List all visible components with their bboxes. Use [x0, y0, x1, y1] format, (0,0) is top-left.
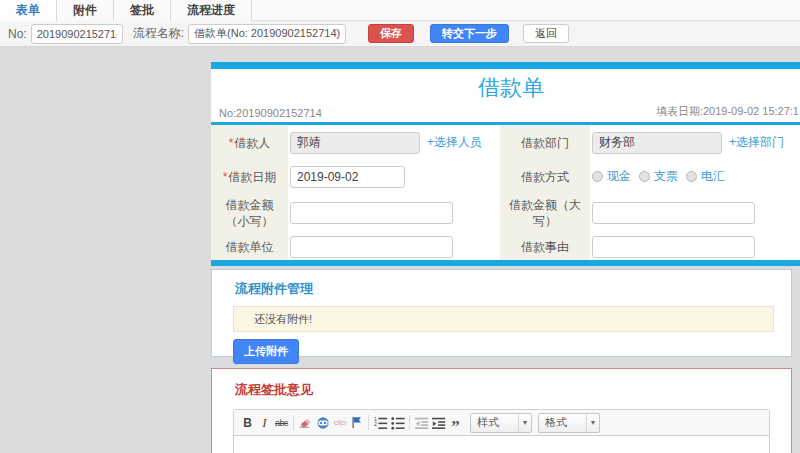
ordered-list-icon[interactable]: 12	[372, 414, 389, 432]
toolbar-separator	[368, 415, 369, 430]
radio-cash-label[interactable]: 现金	[607, 168, 631, 185]
loan-form-table: *借款人 +选择人员 借款部门 +选择部门 *借款日期 借款方式 现金	[211, 125, 800, 260]
decrease-indent-icon[interactable]	[413, 414, 430, 432]
select-department-link[interactable]: +选择部门	[729, 134, 784, 151]
amount-lowercase-label: 借款金额（小写）	[211, 193, 288, 233]
toolbar-separator	[293, 415, 294, 430]
forward-next-step-button[interactable]: 转交下一步	[430, 24, 509, 43]
loan-date-label: *借款日期	[211, 160, 288, 193]
loan-reason-field	[590, 233, 800, 260]
radio-wire-transfer[interactable]	[686, 171, 697, 182]
amount-lowercase-input[interactable]	[290, 202, 453, 224]
blockquote-icon[interactable]: ”	[447, 414, 464, 432]
styles-dropdown[interactable]: 样式 ▾	[470, 413, 532, 433]
form-title: 借款单	[211, 69, 800, 101]
process-name-input[interactable]	[188, 24, 346, 44]
anchor-flag-icon[interactable]	[348, 414, 365, 432]
loan-reason-label: 借款事由	[500, 233, 590, 260]
save-button[interactable]: 保存	[368, 24, 414, 43]
borrower-input[interactable]	[290, 132, 420, 154]
process-name-label: 流程名称:	[133, 25, 184, 42]
amount-uppercase-field	[590, 193, 800, 233]
tab-bar: 表单 附件 签批 流程进度	[0, 0, 800, 21]
form-no-text: No:20190902152714	[219, 107, 322, 119]
increase-indent-icon[interactable]	[430, 414, 447, 432]
loan-form-panel: 借款单 No:20190902152714 填表日期:2019-09-02 15…	[211, 62, 800, 266]
editor-content-area[interactable]	[234, 436, 769, 453]
radio-cash[interactable]	[592, 171, 603, 182]
strikethrough-icon[interactable]: abc	[273, 414, 290, 432]
radio-cheque[interactable]	[639, 171, 650, 182]
format-dropdown[interactable]: 格式 ▾	[538, 413, 600, 433]
loan-date-input[interactable]	[290, 166, 405, 188]
loan-unit-input[interactable]	[290, 236, 453, 258]
chevron-down-icon: ▾	[586, 414, 599, 432]
loan-method-field: 现金 支票 电汇	[590, 160, 800, 193]
radio-cheque-label[interactable]: 支票	[654, 168, 678, 185]
attachment-panel: 流程附件管理 还没有附件! 上传附件	[211, 269, 792, 357]
department-label: 借款部门	[500, 125, 590, 160]
form-date-text: 填表日期:2019-09-02 15:27:1	[656, 104, 799, 119]
loan-date-field	[288, 160, 500, 193]
amount-uppercase-label: 借款金额（大写）	[500, 193, 590, 233]
toolbar-separator	[409, 415, 410, 430]
svg-text:2: 2	[374, 420, 377, 426]
loan-method-label: 借款方式	[500, 160, 590, 193]
tab-form[interactable]: 表单	[0, 0, 57, 21]
chevron-down-icon: ▾	[518, 414, 531, 432]
attachment-panel-title: 流程附件管理	[235, 280, 791, 298]
department-input[interactable]	[592, 132, 722, 154]
loan-unit-field	[288, 233, 500, 260]
action-toolbar: No: 流程名称: 保存 转交下一步 返回	[0, 21, 800, 47]
rich-text-editor: B I abc 12	[233, 409, 770, 453]
select-person-link[interactable]: +选择人员	[427, 134, 482, 151]
required-mark: *	[229, 136, 234, 150]
tab-approval[interactable]: 签批	[114, 0, 171, 21]
upload-attachment-button[interactable]: 上传附件	[233, 339, 299, 364]
approval-panel-title: 流程签批意见	[235, 381, 791, 399]
amount-lowercase-field	[288, 193, 500, 233]
remove-format-icon[interactable]	[297, 414, 314, 432]
loan-unit-label: 借款单位	[211, 233, 288, 260]
italic-icon[interactable]: I	[256, 414, 273, 432]
required-mark: *	[223, 170, 228, 184]
unlink-icon[interactable]	[331, 414, 348, 432]
back-button[interactable]: 返回	[523, 24, 569, 43]
form-header-row: No:20190902152714 填表日期:2019-09-02 15:27:…	[211, 101, 800, 122]
no-label: No:	[8, 27, 27, 41]
approval-panel: 流程签批意见 B I abc 12	[211, 368, 792, 453]
no-input[interactable]	[31, 24, 123, 44]
no-attachments-message: 还没有附件!	[233, 306, 774, 332]
amount-uppercase-input[interactable]	[592, 202, 755, 224]
editor-toolbar: B I abc 12	[234, 410, 769, 436]
department-field: +选择部门	[590, 125, 800, 160]
radio-wire-transfer-label[interactable]: 电汇	[701, 168, 725, 185]
bold-icon[interactable]: B	[239, 414, 256, 432]
loan-reason-input[interactable]	[592, 236, 755, 258]
link-icon[interactable]	[314, 414, 331, 432]
form-top-accent-bar	[211, 62, 800, 69]
bullet-list-icon[interactable]	[389, 414, 406, 432]
tab-attachments[interactable]: 附件	[57, 0, 114, 21]
form-bottom-accent-bar	[211, 260, 800, 266]
tab-process-progress[interactable]: 流程进度	[171, 0, 252, 21]
borrower-field: +选择人员	[288, 125, 500, 160]
borrower-label: *借款人	[211, 125, 288, 160]
